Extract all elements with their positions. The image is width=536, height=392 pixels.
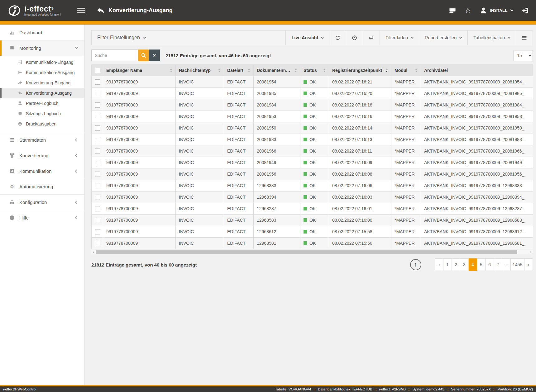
row-checkbox[interactable] xyxy=(95,172,100,177)
filter-settings-dropdown[interactable]: Filter-Einstellungen xyxy=(92,31,285,45)
scroll-right-icon[interactable]: › xyxy=(529,250,533,254)
menu-toggle-icon[interactable] xyxy=(77,7,85,14)
row-checkbox[interactable] xyxy=(95,79,100,85)
sidebar-item-automatisierung[interactable]: ⚙ Automatisierung xyxy=(0,179,84,194)
sidebar-item-partner-logbuch[interactable]: Partner-Logbuch xyxy=(0,98,84,108)
row-checkbox[interactable] xyxy=(95,160,100,165)
table-row[interactable]: 9919778700009INVOICEDIFACT20081954OK08.0… xyxy=(92,76,533,88)
row-checkbox[interactable] xyxy=(95,91,100,96)
row-checkbox[interactable] xyxy=(95,149,100,154)
column-header[interactable]: Modul xyxy=(391,65,421,76)
app-logo[interactable]: i-effect® integrated solutions for IBM i xyxy=(0,4,72,17)
sort-icon[interactable] xyxy=(167,68,172,72)
table-row[interactable]: 9919778700009INVOICEDIFACT12968581OK08.0… xyxy=(92,238,533,249)
table-row[interactable]: 9919778700009INVOICEDIFACT12968612OK08.0… xyxy=(92,226,533,238)
page-button-1455[interactable]: 1455 xyxy=(511,258,524,271)
row-checkbox[interactable] xyxy=(95,206,100,211)
sidebar-item-druckausgaben[interactable]: Druckausgaben xyxy=(0,119,84,129)
table-row[interactable]: 9919778700009INVOICEDIFACT12968394OK08.0… xyxy=(92,191,533,203)
page-size-select[interactable]: 15 xyxy=(514,50,533,61)
table-row[interactable]: 9919778700009INVOICEDIFACT12968333OK08.0… xyxy=(92,180,533,191)
select-all-checkbox[interactable] xyxy=(95,68,100,73)
cell-modul: *MAPPER xyxy=(391,238,421,249)
row-checkbox[interactable] xyxy=(95,241,100,246)
sidebar-item-sitzungs-logbuch[interactable]: Sitzungs-Logbuch xyxy=(0,108,84,119)
cell-dateiart: EDIFACT xyxy=(224,215,254,226)
column-header[interactable]: Registrierungszeitpunkt xyxy=(329,65,391,76)
page-button-2[interactable]: 2 xyxy=(452,258,460,271)
sidebar-item-dashboard[interactable]: Dashboard xyxy=(0,25,84,40)
search-button[interactable] xyxy=(138,50,149,61)
page-button-…[interactable]: … xyxy=(502,258,511,271)
scroll-to-top-button[interactable]: ↑ xyxy=(410,259,421,270)
sidebar: Dashboard Monitoring Kommunikation-Einga… xyxy=(0,25,85,385)
row-checkbox[interactable] xyxy=(95,137,100,142)
sidebar-item-kommunikation-eingang[interactable]: Kommunikation-Eingang xyxy=(0,57,84,67)
sort-icon[interactable] xyxy=(321,68,326,72)
table-columns-dropdown[interactable]: Tabellenspalten xyxy=(467,31,516,45)
sidebar-item-kommunikation[interactable]: Kommunikation xyxy=(0,163,84,179)
table-row[interactable]: 9919778700009INVOICEDIFACT12968287OK08.0… xyxy=(92,203,533,215)
page-button-6[interactable]: 6 xyxy=(486,258,494,271)
column-header[interactable]: Archivdatei xyxy=(421,65,533,76)
clear-search-button[interactable]: × xyxy=(149,50,160,61)
sidebar-item-konvertierung-eingang[interactable]: Konvertierung-Eingang xyxy=(0,78,84,88)
table-row[interactable]: 9919778700009INVOICEDIFACT20081953OK08.0… xyxy=(92,111,533,122)
load-filter-dropdown[interactable]: Filter laden xyxy=(380,31,419,45)
sidebar-item-konfiguration[interactable]: Konfiguration xyxy=(0,194,84,210)
sidebar-item-konvertierung-ausgang[interactable]: Konvertierung-Ausgang xyxy=(0,88,84,98)
search-input[interactable] xyxy=(91,50,138,61)
row-checkbox[interactable] xyxy=(95,195,100,200)
list-view-button[interactable] xyxy=(516,31,533,45)
table-row[interactable]: 9919778700009INVOICEDIFACT20081956OK08.0… xyxy=(92,168,533,180)
table-row[interactable]: 9919778700009INVOICEDIFACT20081983OK08.0… xyxy=(92,134,533,145)
page-button-4[interactable]: 4 xyxy=(469,258,477,271)
scroll-left-icon[interactable]: ‹ xyxy=(91,250,96,254)
sort-icon[interactable] xyxy=(292,68,297,72)
table-row[interactable]: 9919778700009INVOICEDIFACT12968583OK08.0… xyxy=(92,215,533,226)
sort-icon[interactable] xyxy=(413,68,418,72)
horizontal-scrollbar[interactable]: ‹ › xyxy=(91,250,533,254)
refresh-button[interactable] xyxy=(329,31,346,45)
row-checkbox[interactable] xyxy=(95,102,100,108)
page-button-1[interactable]: 1 xyxy=(443,258,452,271)
column-header[interactable]: Status xyxy=(300,65,329,76)
live-view-dropdown[interactable]: Live Ansicht xyxy=(285,31,329,45)
table-row[interactable]: 9919778700009INVOICEDIFACT20081950OK08.0… xyxy=(92,122,533,134)
sidebar-item-stammdaten[interactable]: Stammdaten xyxy=(0,132,84,148)
pagination: ‹1234567…1455› xyxy=(435,258,533,271)
table-row[interactable]: 9919778700009INVOICEDIFACT20081985OK08.0… xyxy=(92,88,533,99)
schedule-button[interactable] xyxy=(346,31,363,45)
scrollbar-thumb[interactable] xyxy=(96,250,517,254)
table-row[interactable]: 9919778700009INVOICEDIFACT20081949OK08.0… xyxy=(92,157,533,168)
column-header[interactable]: Dateiart xyxy=(224,65,254,76)
sidebar-item-kommunikation-ausgang[interactable]: Kommunikation-Ausgang xyxy=(0,67,84,78)
page-next-button[interactable]: › xyxy=(524,258,533,271)
page-button-3[interactable]: 3 xyxy=(460,258,469,271)
row-checkbox[interactable] xyxy=(95,218,100,223)
favorites-star-icon[interactable]: ☆ xyxy=(465,7,471,14)
row-checkbox[interactable] xyxy=(95,114,100,119)
page-button-5[interactable]: 5 xyxy=(477,258,486,271)
page-prev-button[interactable]: ‹ xyxy=(435,258,443,271)
create-report-dropdown[interactable]: Report erstellen xyxy=(419,31,467,45)
page-button-7[interactable]: 7 xyxy=(494,258,502,271)
row-checkbox[interactable] xyxy=(95,183,100,188)
sidebar-item-monitoring[interactable]: Monitoring xyxy=(0,40,84,56)
table-row[interactable]: 9919778700009INVOICEDIFACT20081966OK08.0… xyxy=(92,145,533,157)
user-menu[interactable]: INSTALL xyxy=(480,7,513,14)
sidebar-item-hilfe[interactable]: ? Hilfe xyxy=(0,210,84,225)
logout-icon[interactable] xyxy=(522,7,529,14)
sort-icon[interactable] xyxy=(245,68,250,72)
server-list-icon[interactable] xyxy=(449,7,456,14)
table-row[interactable]: 9919778700009INVOICEDIFACT20081984OK08.0… xyxy=(92,99,533,111)
sidebar-item-konvertierung[interactable]: Konvertierung xyxy=(0,148,84,163)
column-header[interactable]: Dokumentennummer xyxy=(254,65,300,76)
row-checkbox[interactable] xyxy=(95,229,100,234)
sort-icon[interactable] xyxy=(383,68,388,72)
repeat-button[interactable] xyxy=(363,31,380,45)
column-header[interactable]: Nachrichtentyp xyxy=(176,65,224,76)
sort-icon[interactable] xyxy=(216,68,221,72)
column-header[interactable]: Empfänger Name xyxy=(103,65,176,76)
row-checkbox[interactable] xyxy=(95,125,100,131)
